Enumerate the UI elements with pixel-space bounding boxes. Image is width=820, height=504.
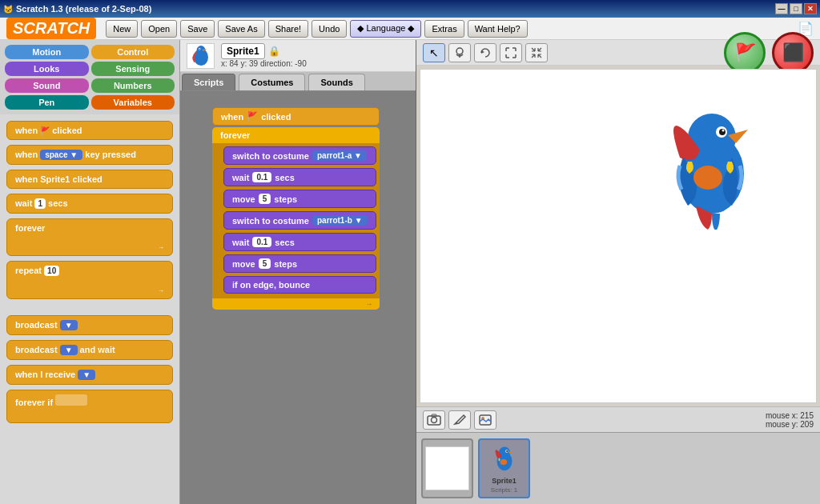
sprite-name-area: Sprite1 🔒 x: 84 y: 39 direction: -90: [221, 43, 307, 68]
sprite1-thumb[interactable]: Sprite1 Scripts: 1: [478, 438, 530, 498]
receive-input[interactable]: ▼: [78, 370, 95, 380]
move1-input[interactable]: 5: [259, 194, 271, 204]
block-forever[interactable]: forever →: [6, 218, 173, 256]
stage-toolbar: ↖: [416, 40, 820, 66]
script-switch-costume-2[interactable]: switch to costume parrot1-b ▼: [223, 211, 376, 230]
stage-btn-edit[interactable]: [448, 410, 471, 430]
script-canvas: when 🚩 clicked forever switch to costume…: [180, 91, 416, 504]
script-wait-1[interactable]: wait 0.1 secs: [223, 168, 376, 186]
run-controls: 🚩 ⬛: [724, 32, 814, 74]
language-button[interactable]: ◆ Language ◆: [350, 20, 421, 38]
tool-expand[interactable]: [500, 43, 522, 62]
script-stack: when 🚩 clicked forever switch to costume…: [212, 107, 380, 310]
mouse-coords: mouse x: 215 mouse y: 209: [766, 411, 814, 429]
stop-button[interactable]: ⬛: [772, 32, 814, 74]
script-bounce[interactable]: if on edge, bounce: [223, 276, 376, 294]
block-repeat[interactable]: repeat 10 →: [6, 261, 173, 299]
svg-point-23: [500, 459, 507, 465]
sprite-thumbnail: [187, 43, 215, 69]
category-sound[interactable]: Sound: [5, 78, 89, 93]
save-button[interactable]: Save: [180, 20, 215, 38]
sprite1-thumb-img: [488, 443, 521, 475]
costume2-input[interactable]: parrot1-b ▼: [312, 215, 368, 226]
scratch-logo: SCRATCH: [6, 18, 96, 39]
script-move-1[interactable]: move 5 steps: [223, 190, 376, 208]
block-broadcast[interactable]: broadcast ▼: [6, 315, 173, 335]
left-panel: Motion Control Looks Sensing Sound Numbe…: [0, 40, 180, 504]
script-switch-costume-1[interactable]: switch to costume parrot1-a ▼: [223, 146, 376, 165]
category-control[interactable]: Control: [91, 45, 175, 59]
mouse-y-label: mouse y: 209: [766, 420, 814, 429]
category-variables[interactable]: Variables: [91, 95, 175, 110]
open-button[interactable]: Open: [141, 20, 177, 38]
script-when-flag[interactable]: when 🚩 clicked: [212, 107, 380, 126]
block-when-receive[interactable]: when I receive ▼: [6, 365, 173, 385]
svg-point-15: [432, 417, 437, 422]
parrot-sprite: [656, 102, 768, 230]
titlebar-title: 🐱 Scratch 1.3 (release of 2-Sep-08): [3, 4, 151, 14]
category-looks[interactable]: Looks: [5, 62, 89, 76]
key-input[interactable]: space ▼: [40, 150, 82, 160]
extras-button[interactable]: Extras: [424, 20, 464, 38]
block-when-sprite-clicked[interactable]: when Sprite1 clicked: [6, 170, 173, 189]
tab-costumes[interactable]: Costumes: [239, 74, 305, 90]
tab-sounds[interactable]: Sounds: [308, 74, 364, 90]
mouse-x-value: 215: [800, 411, 814, 420]
new-button[interactable]: New: [106, 20, 138, 38]
script-move-2[interactable]: move 5 steps: [223, 254, 376, 273]
repeat-input[interactable]: 10: [44, 266, 59, 276]
stage-btn-camera[interactable]: [423, 410, 445, 430]
stage-btn-import[interactable]: [474, 410, 496, 430]
green-flag-button[interactable]: 🚩: [724, 32, 766, 74]
sprite-info: Sprite1 🔒 x: 84 y: 39 direction: -90: [180, 40, 416, 72]
stage-thumb[interactable]: [421, 438, 473, 498]
svg-point-22: [506, 450, 508, 452]
tool-arrow[interactable]: ↖: [423, 43, 445, 62]
wait-input[interactable]: 1: [34, 198, 46, 209]
sprite1-scripts-label: Scripts: 1: [491, 486, 517, 494]
undo-button[interactable]: Undo: [312, 20, 347, 38]
close-button[interactable]: ✕: [804, 3, 817, 14]
lock-icon: 🔒: [268, 46, 280, 57]
tool-rotate[interactable]: [474, 43, 496, 62]
broadcast-wait-input[interactable]: ▼: [60, 345, 78, 355]
titlebar: 🐱 Scratch 1.3 (release of 2-Sep-08) — □ …: [0, 0, 820, 18]
script-forever[interactable]: forever: [212, 127, 380, 143]
mouse-x-text: mouse x:: [766, 411, 798, 420]
script-wait-2[interactable]: wait 0.1 secs: [223, 233, 376, 251]
wait2-input[interactable]: 0.1: [252, 237, 271, 247]
block-when-flag-clicked[interactable]: when 🚩 clicked: [6, 121, 173, 140]
move2-input[interactable]: 5: [259, 258, 271, 269]
wait1-input[interactable]: 0.1: [252, 172, 271, 182]
block-broadcast-wait[interactable]: broadcast ▼ and wait: [6, 340, 173, 360]
category-motion[interactable]: Motion: [5, 45, 89, 59]
minimize-button[interactable]: —: [775, 3, 788, 14]
app-title: Scratch 1.3 (release of 2-Sep-08): [16, 4, 151, 14]
stage-bottom: mouse x: 215 mouse y: 209: [416, 406, 820, 432]
menubar: SCRATCH New Open Save Save As Share! Und…: [0, 18, 820, 40]
block-forever-if[interactable]: forever if: [6, 390, 173, 423]
blocks-list: when 🚩 clicked when space ▼ key pressed …: [0, 114, 179, 504]
category-sensing[interactable]: Sensing: [91, 62, 175, 76]
mouse-x-label: mouse x: 215: [766, 411, 814, 420]
tab-scripts[interactable]: Scripts: [182, 74, 235, 90]
tool-stamp[interactable]: [448, 43, 471, 62]
tabs: Scripts Costumes Sounds: [180, 72, 416, 91]
category-pen[interactable]: Pen: [5, 95, 89, 110]
tool-shrink[interactable]: [525, 43, 548, 62]
save-as-button[interactable]: Save As: [218, 20, 264, 38]
want-help-button[interactable]: Want Help?: [468, 20, 528, 38]
main-layout: Motion Control Looks Sensing Sound Numbe…: [0, 40, 820, 504]
svg-point-12: [722, 130, 725, 132]
script-forever-body: switch to costume parrot1-a ▼ wait 0.1 s…: [212, 143, 380, 298]
costume1-input[interactable]: parrot1-a ▼: [312, 150, 367, 161]
block-when-key-pressed[interactable]: when space ▼ key pressed: [6, 145, 173, 165]
svg-point-13: [693, 166, 722, 190]
block-wait-secs[interactable]: wait 1 secs: [6, 194, 173, 214]
mouse-y-text: mouse y:: [766, 420, 798, 429]
broadcast-input[interactable]: ▼: [60, 320, 78, 330]
share-button[interactable]: Share!: [268, 20, 308, 38]
category-numbers[interactable]: Numbers: [91, 78, 175, 93]
maximize-button[interactable]: □: [790, 3, 802, 14]
svg-marker-7: [481, 50, 484, 54]
